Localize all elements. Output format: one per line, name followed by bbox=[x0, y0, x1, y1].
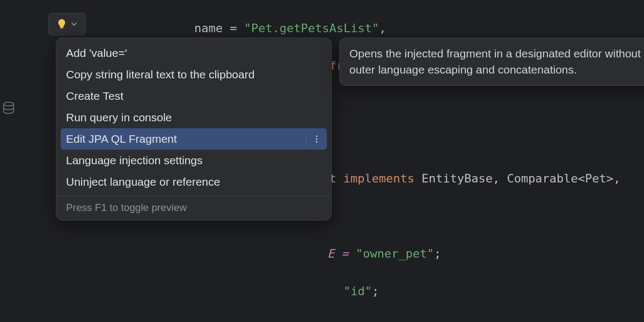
intention-bulb-button[interactable] bbox=[48, 13, 86, 35]
svg-point-2 bbox=[316, 135, 318, 137]
intention-item-add-value[interactable]: Add 'value=' bbox=[56, 42, 331, 64]
chevron-down-icon bbox=[70, 20, 78, 28]
lightbulb-icon bbox=[56, 18, 68, 30]
documentation-popup: Opens the injected fragment in a designa… bbox=[339, 38, 644, 86]
database-icon bbox=[1, 101, 16, 116]
code-line: "id"; bbox=[0, 282, 644, 301]
code-line: = "uuid"; bbox=[0, 319, 644, 322]
intention-item-label: Uninject language or reference bbox=[66, 175, 220, 188]
intention-item-label: Run query in console bbox=[66, 111, 172, 124]
svg-point-4 bbox=[316, 141, 318, 143]
code-line: E = "owner_pet"; bbox=[0, 244, 644, 263]
database-gutter-icon[interactable] bbox=[1, 101, 16, 118]
intention-item-edit-jpaql[interactable]: Edit JPA QL Fragment bbox=[61, 128, 327, 150]
intention-item-more[interactable] bbox=[306, 133, 321, 145]
intention-item-label: Copy string literal text to the clipboar… bbox=[66, 68, 254, 81]
separator bbox=[306, 133, 306, 145]
intention-item-label: Edit JPA QL Fragment bbox=[66, 133, 177, 145]
svg-point-3 bbox=[316, 138, 318, 140]
svg-rect-1 bbox=[60, 27, 63, 28]
intention-item-run-query[interactable]: Run query in console bbox=[56, 107, 331, 128]
code-line: name = "Pet.getPetsAsList", bbox=[0, 19, 644, 38]
more-vertical-icon bbox=[312, 134, 321, 144]
intention-actions-popup: Add 'value=' Copy string literal text to… bbox=[56, 38, 332, 221]
intention-item-lang-injection-settings[interactable]: Language injection settings bbox=[56, 150, 331, 171]
svg-point-0 bbox=[4, 102, 14, 106]
documentation-text: Opens the injected fragment in a designa… bbox=[349, 47, 641, 76]
intention-item-label: Language injection settings bbox=[66, 154, 203, 167]
intention-item-copy-string[interactable]: Copy string literal text to the clipboar… bbox=[56, 64, 331, 85]
intention-item-label: Add 'value=' bbox=[66, 47, 127, 60]
intention-item-label: Create Test bbox=[66, 90, 123, 103]
intention-item-create-test[interactable]: Create Test bbox=[56, 85, 331, 107]
intention-item-uninject[interactable]: Uninject language or reference bbox=[56, 171, 331, 193]
intention-popup-footer: Press F1 to toggle preview bbox=[56, 196, 331, 220]
